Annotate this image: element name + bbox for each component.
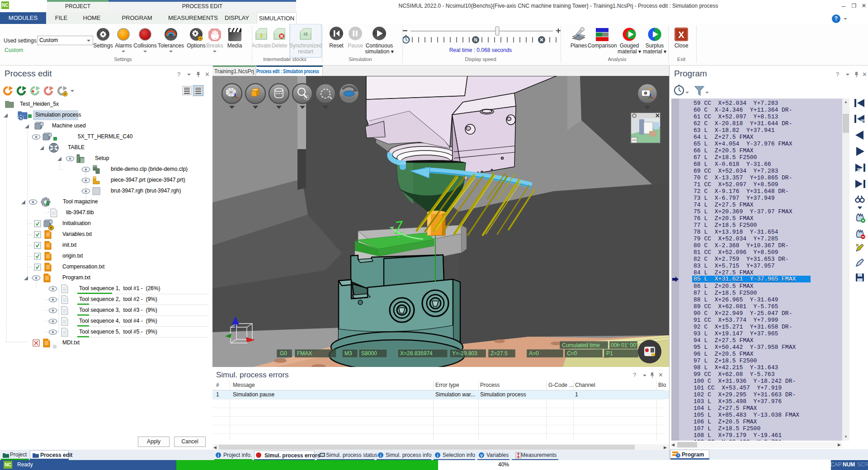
svg-text:i: i [380,453,382,458]
svg-text:i: i [437,453,439,458]
svg-text:Cumulated time: Cumulated time [562,342,600,348]
svg-text:Z=27.5: Z=27.5 [491,350,508,357]
svg-text:S8000: S8000 [361,350,377,357]
svg-text:V: V [480,453,483,458]
svg-text:X=28.835974: X=28.835974 [400,350,433,357]
svg-text:X: X [678,30,684,40]
svg-text:N: N [474,38,477,42]
svg-text:G0: G0 [280,350,287,357]
svg-text:i: i [218,453,219,458]
svg-text:M3: M3 [344,350,352,357]
svg-text:C=0: C=0 [567,350,577,357]
svg-text:P1: P1 [606,350,613,357]
svg-text:00h 01' 00": 00h 01' 00" [611,342,638,348]
svg-text:FMAX: FMAX [297,350,312,357]
svg-text:Y=-29.803: Y=-29.803 [452,350,477,357]
svg-text:A=0: A=0 [529,350,539,357]
